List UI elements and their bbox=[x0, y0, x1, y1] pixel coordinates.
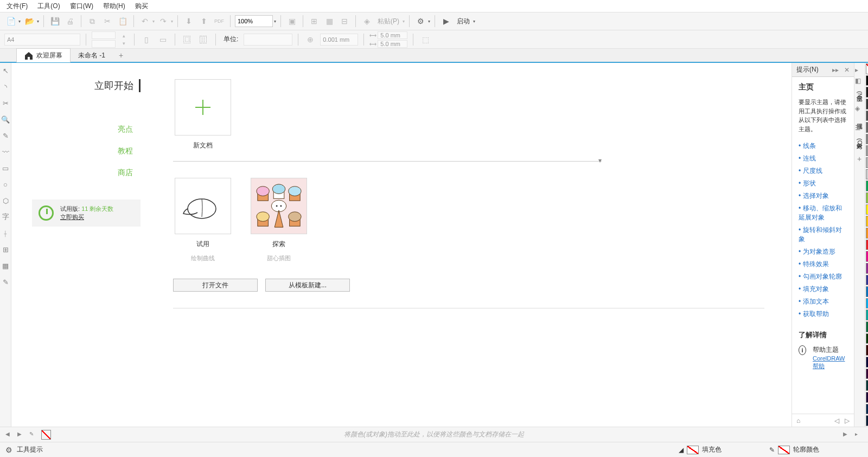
units-combo[interactable] bbox=[244, 34, 292, 46]
panel-back-icon[interactable]: ◁ bbox=[834, 417, 839, 424]
menu-tools[interactable]: 工具(O) bbox=[37, 2, 60, 11]
stepper-up-icon[interactable]: ▴ bbox=[119, 32, 129, 40]
color-swatch[interactable] bbox=[866, 99, 869, 110]
add-tab-button[interactable]: + bbox=[116, 50, 126, 60]
color-swatch[interactable] bbox=[866, 181, 869, 191]
hints-topic-item[interactable]: 勾画对象轮廓 bbox=[799, 271, 847, 283]
hints-topic-item[interactable]: 特殊效果 bbox=[799, 258, 847, 271]
palette-prev-icon[interactable]: ◀ bbox=[5, 431, 13, 439]
grid-icon[interactable]: ▦ bbox=[323, 15, 336, 28]
tab-untitled[interactable]: 未命名 -1 bbox=[71, 48, 113, 62]
shape-tool-icon[interactable]: ◝ bbox=[0, 81, 11, 92]
print-icon[interactable]: 🖨 bbox=[63, 15, 76, 28]
hints-topic-item[interactable]: 尺度线 bbox=[799, 165, 847, 177]
landscape-icon[interactable]: ▭ bbox=[156, 33, 169, 46]
color-swatch[interactable] bbox=[866, 122, 869, 133]
coreldraw-help-link[interactable]: CorelDRAW 帮助 bbox=[813, 355, 845, 369]
color-swatch[interactable] bbox=[866, 333, 869, 344]
docker-icon-2[interactable]: ◈ bbox=[855, 105, 864, 113]
menu-window[interactable]: 窗口(W) bbox=[70, 2, 93, 11]
expand-dockers-icon[interactable]: ▸ bbox=[855, 66, 864, 75]
color-swatch[interactable] bbox=[866, 75, 869, 86]
transparency-tool-icon[interactable]: ▩ bbox=[0, 260, 11, 271]
close-icon[interactable]: ✕ bbox=[844, 66, 850, 74]
no-color-swatch-doc[interactable] bbox=[41, 430, 51, 440]
paste-dropdown[interactable]: 粘贴(P) bbox=[375, 17, 401, 26]
no-color-swatch[interactable] bbox=[866, 63, 869, 74]
color-swatch[interactable] bbox=[866, 145, 869, 156]
crop-icon[interactable]: ⬚ bbox=[419, 33, 432, 46]
docker-icon-3[interactable]: ☰ bbox=[855, 124, 864, 133]
color-swatch[interactable] bbox=[866, 345, 869, 356]
palette-next-icon[interactable]: ▶ bbox=[17, 431, 25, 439]
dup-x-input[interactable] bbox=[378, 31, 407, 39]
color-swatch[interactable] bbox=[866, 251, 869, 262]
trial-tile[interactable]: 试用 绘制曲线 bbox=[173, 178, 233, 262]
copy-icon[interactable]: ⧉ bbox=[86, 15, 99, 28]
new-from-template-button[interactable]: 从模板新建... bbox=[265, 279, 350, 292]
launch-icon[interactable]: ▶ bbox=[439, 15, 452, 28]
dup-y-input[interactable] bbox=[378, 40, 407, 48]
undo-icon[interactable]: ↶ bbox=[138, 15, 151, 28]
redo-icon[interactable]: ↷ bbox=[157, 15, 170, 28]
text-tool-icon[interactable]: 字 bbox=[0, 211, 11, 222]
add-docker-icon[interactable]: + bbox=[857, 155, 861, 163]
ellipse-tool-icon[interactable]: ○ bbox=[0, 179, 11, 190]
color-swatch[interactable] bbox=[866, 310, 869, 320]
hints-topic-item[interactable]: 移动、缩放和延展对象 bbox=[799, 202, 847, 224]
page-height-spin[interactable] bbox=[92, 40, 116, 48]
hints-topic-item[interactable]: 形状 bbox=[799, 177, 847, 190]
hints-topic-item[interactable]: 选择对象 bbox=[799, 190, 847, 202]
hints-topic-item[interactable]: 添加文本 bbox=[799, 295, 847, 308]
color-swatch[interactable] bbox=[866, 228, 869, 239]
color-swatch[interactable] bbox=[866, 380, 869, 391]
color-swatch[interactable] bbox=[866, 392, 869, 403]
color-swatch[interactable] bbox=[866, 404, 869, 415]
color-swatch[interactable] bbox=[866, 263, 869, 274]
color-swatch[interactable] bbox=[866, 204, 869, 215]
new-document-tile[interactable]: 新文档 bbox=[173, 79, 233, 150]
color-swatch[interactable] bbox=[866, 415, 869, 426]
save-icon[interactable]: 💾 bbox=[48, 15, 61, 28]
outline-swatch[interactable] bbox=[778, 446, 790, 454]
curve-tool-icon[interactable]: 〰 bbox=[0, 146, 11, 157]
pdf-icon[interactable]: PDF bbox=[213, 15, 226, 28]
eyedropper-icon[interactable]: ✎ bbox=[29, 431, 37, 439]
all-pages-icon[interactable]: ⿴ bbox=[181, 33, 194, 46]
palette-menu-icon[interactable]: ▸ bbox=[855, 431, 863, 439]
zoom-tool-icon[interactable]: 🔍 bbox=[0, 114, 11, 125]
color-swatch[interactable] bbox=[866, 111, 869, 121]
dock-objects[interactable]: 对象(O) bbox=[854, 135, 865, 150]
nudge-input[interactable] bbox=[320, 34, 358, 46]
gear-icon[interactable]: ⚙ bbox=[5, 446, 12, 454]
eyedropper-tool-icon[interactable]: ✎ bbox=[0, 276, 11, 287]
buy-now-link[interactable]: 立即购买 bbox=[60, 214, 84, 220]
fill-swatch[interactable] bbox=[687, 446, 699, 454]
export-icon[interactable]: ⬆ bbox=[197, 15, 210, 28]
crop-tool-icon[interactable]: ✂ bbox=[0, 98, 11, 108]
current-page-icon[interactable]: ⿲ bbox=[197, 33, 210, 46]
snap-icon[interactable]: ◈ bbox=[360, 15, 373, 28]
portrait-icon[interactable]: ▯ bbox=[140, 33, 153, 46]
pick-tool-icon[interactable]: ↖ bbox=[0, 65, 11, 76]
hints-topic-item[interactable]: 填充对象 bbox=[799, 283, 847, 295]
ruler-icon[interactable]: ⊞ bbox=[308, 15, 321, 28]
menu-buy[interactable]: 购买 bbox=[135, 2, 148, 11]
color-swatch[interactable] bbox=[866, 275, 869, 286]
fullscreen-icon[interactable]: ▣ bbox=[285, 15, 298, 28]
nav-store[interactable]: 商店 bbox=[118, 168, 133, 178]
zoom-combo[interactable] bbox=[235, 15, 273, 27]
color-swatch[interactable] bbox=[866, 134, 869, 145]
hints-topic-item[interactable]: 旋转和倾斜对象 bbox=[799, 224, 847, 246]
page-width-spin[interactable] bbox=[92, 31, 116, 39]
docker-icon-1[interactable]: ◧ bbox=[855, 77, 864, 86]
hints-topic-item[interactable]: 线条 bbox=[799, 140, 847, 152]
rectangle-tool-icon[interactable]: ▭ bbox=[0, 163, 11, 173]
connector-tool-icon[interactable]: ⊞ bbox=[0, 244, 11, 255]
options-icon[interactable]: ⚙ bbox=[414, 15, 427, 28]
hints-topic-item[interactable]: 连线 bbox=[799, 152, 847, 165]
launch-dropdown[interactable]: 启动 bbox=[455, 17, 472, 26]
open-icon[interactable]: 📂 bbox=[23, 15, 36, 28]
color-swatch[interactable] bbox=[866, 321, 869, 332]
color-swatch[interactable] bbox=[866, 240, 869, 250]
